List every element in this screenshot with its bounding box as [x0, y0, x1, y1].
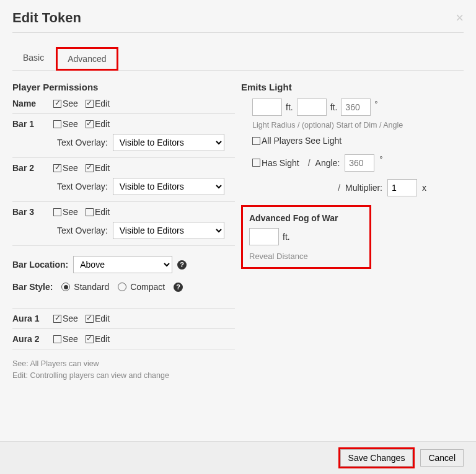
degree-label: ° — [374, 99, 377, 108]
ft-label: ft. — [330, 102, 338, 112]
light-angle-input[interactable] — [341, 99, 371, 116]
compact-label: Compact — [130, 282, 165, 292]
bar1-overlay-select[interactable]: Visible to Editors — [113, 134, 224, 151]
ft-label: ft. — [283, 232, 290, 242]
bar3-overlay-row: Text Overlay: Visible to Editors — [57, 222, 235, 239]
see-label: See — [63, 119, 78, 129]
tab-basic[interactable]: Basic — [12, 47, 55, 71]
edit-label: Edit — [95, 119, 110, 129]
fog-title: Advanced Fog of War — [249, 213, 361, 223]
bar2-see-checkbox[interactable]: See — [53, 163, 78, 173]
checkbox-icon — [53, 164, 61, 172]
overlay-label: Text Overlay: — [57, 226, 108, 235]
all-players-checkbox[interactable]: All Players See Light — [252, 136, 342, 146]
has-sight-label: Has Sight — [262, 158, 299, 168]
light-dim-input[interactable] — [297, 99, 327, 116]
divider — [12, 328, 235, 329]
bar3-edit-checkbox[interactable]: Edit — [86, 207, 110, 217]
fog-input-row: ft. — [249, 228, 361, 245]
bar3-see-checkbox[interactable]: See — [53, 207, 78, 217]
slash: / — [308, 158, 311, 168]
slash: / — [338, 183, 340, 193]
save-button[interactable]: Save Changes — [340, 449, 413, 467]
help-icon[interactable]: ? — [177, 260, 187, 270]
perm-name-row: Name See Edit — [12, 99, 235, 108]
multiplier-input[interactable] — [387, 179, 417, 196]
perm-aura2-row: Aura 2 See Edit — [12, 334, 235, 344]
edit-label: Edit — [95, 99, 110, 108]
perm-aura1-row: Aura 1 See Edit — [12, 314, 235, 323]
bar3-overlay-select[interactable]: Visible to Editors — [113, 222, 224, 239]
divider — [12, 157, 235, 158]
edit-label: Edit — [95, 163, 110, 173]
name-edit-checkbox[interactable]: Edit — [86, 99, 110, 108]
radio-icon — [118, 283, 126, 291]
see-label: See — [63, 334, 78, 344]
checkbox-icon — [86, 120, 94, 128]
close-icon[interactable]: × — [456, 10, 464, 26]
ft-label: ft. — [286, 102, 293, 112]
bar1-see-checkbox[interactable]: See — [53, 119, 78, 129]
hint-see: See: All Players can view — [12, 358, 235, 370]
content: Player Permissions Name See Edit Bar 1 S… — [12, 82, 464, 382]
col-permissions: Player Permissions Name See Edit Bar 1 S… — [12, 82, 235, 382]
angle-label: Angle: — [315, 158, 340, 168]
bar1-edit-checkbox[interactable]: Edit — [86, 119, 110, 129]
aura1-edit-checkbox[interactable]: Edit — [86, 314, 110, 323]
checkbox-icon — [252, 159, 260, 167]
multiplier-row: / Multiplier: x — [252, 179, 464, 196]
tab-advanced[interactable]: Advanced — [56, 47, 118, 71]
modal-title: Edit Token — [12, 10, 81, 26]
name-see-checkbox[interactable]: See — [53, 99, 78, 108]
divider — [12, 349, 235, 349]
all-players-label: All Players See Light — [262, 136, 342, 146]
style-compact-radio[interactable]: Compact — [118, 282, 165, 292]
perm-bar3-label: Bar 3 — [12, 207, 50, 217]
divider — [12, 201, 235, 202]
checkbox-icon — [53, 208, 61, 216]
standard-label: Standard — [74, 282, 109, 292]
edit-token-modal: Edit Token × Basic Advanced Player Permi… — [0, 0, 476, 474]
help-icon[interactable]: ? — [174, 283, 183, 292]
light-radius-hint: Light Radius / (optional) Start of Dim /… — [252, 121, 464, 129]
edit-label: Edit — [95, 314, 110, 323]
degree-label: ° — [379, 154, 382, 164]
bar2-edit-checkbox[interactable]: Edit — [86, 163, 110, 173]
perm-name-label: Name — [12, 99, 50, 108]
fog-distance-input[interactable] — [249, 228, 279, 245]
modal-header: Edit Token × — [12, 10, 464, 33]
checkbox-icon — [86, 335, 94, 343]
hint-edit: Edit: Controlling players can view and c… — [12, 370, 235, 382]
checkbox-icon — [53, 315, 61, 323]
aura1-see-checkbox[interactable]: See — [53, 314, 78, 323]
has-sight-checkbox[interactable]: Has Sight — [252, 158, 299, 168]
perm-bar1-label: Bar 1 — [12, 119, 50, 129]
bar-location-select[interactable]: Above — [73, 256, 172, 273]
see-label: See — [63, 314, 78, 323]
checkbox-icon — [86, 164, 94, 172]
edit-label: Edit — [95, 334, 110, 344]
see-label: See — [63, 163, 78, 173]
sight-angle-input[interactable] — [345, 154, 374, 172]
bar2-overlay-row: Text Overlay: Visible to Editors — [57, 178, 235, 195]
aura2-see-checkbox[interactable]: See — [53, 334, 78, 344]
bar-style-row: Bar Style: Standard Compact ? — [12, 282, 235, 292]
fog-of-war-box: Advanced Fog of War ft. Reveal Distance — [241, 205, 371, 269]
divider — [12, 245, 235, 246]
checkbox-icon — [252, 137, 260, 145]
perm-aura1-label: Aura 1 — [12, 314, 50, 323]
light-radius-input[interactable] — [252, 99, 282, 116]
bar-style-label: Bar Style: — [12, 282, 53, 292]
fog-hint: Reveal Distance — [249, 252, 361, 261]
aura2-edit-checkbox[interactable]: Edit — [86, 334, 110, 344]
style-standard-radio[interactable]: Standard — [61, 282, 109, 292]
checkbox-icon — [86, 100, 94, 108]
perm-aura2-label: Aura 2 — [12, 334, 50, 344]
multiplier-label: Multiplier: — [345, 183, 382, 193]
tabs: Basic Advanced — [12, 46, 464, 71]
perm-bar1-row: Bar 1 See Edit — [12, 119, 235, 129]
bar2-overlay-select[interactable]: Visible to Editors — [113, 178, 224, 195]
cancel-button[interactable]: Cancel — [420, 449, 464, 467]
radio-icon — [61, 283, 70, 291]
x-label: x — [422, 183, 426, 193]
